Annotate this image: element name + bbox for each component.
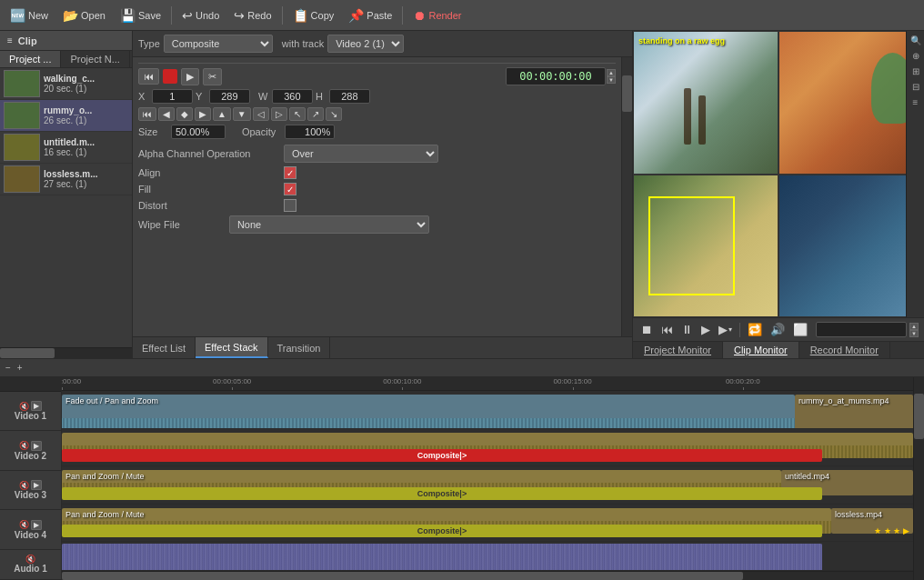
tool-btn-1[interactable]: 🔍	[909, 35, 922, 46]
w-input[interactable]	[272, 89, 313, 104]
tl-zoom-in[interactable]: +	[15, 362, 25, 374]
nav-left[interactable]: ◁	[253, 107, 269, 121]
timecode-up[interactable]: ▲	[607, 69, 616, 76]
tool-btn-5[interactable]: ≡	[912, 96, 919, 108]
play-btn[interactable]: ▶	[181, 68, 199, 85]
type-select[interactable]: Composite	[164, 35, 273, 53]
open-button[interactable]: 📂 Open	[56, 5, 112, 26]
v1-right-clip[interactable]: rummy_o_at_mums.mp4	[795, 395, 913, 429]
new-button[interactable]: 🆕 New	[4, 5, 55, 26]
distort-checkbox[interactable]	[284, 199, 296, 212]
left-scroll-handle[interactable]	[0, 347, 132, 358]
align-checkbox[interactable]: ✓	[284, 166, 296, 179]
mon-rewind-btn[interactable]: ⏮	[658, 321, 676, 338]
mon-tab-project[interactable]: Project Monitor	[633, 342, 723, 358]
opacity-input[interactable]	[285, 125, 335, 139]
mon-tc-up[interactable]: ▲	[909, 323, 919, 330]
tl-header-row: − +	[0, 359, 924, 377]
mon-fullscreen-btn[interactable]: ⬜	[790, 321, 810, 338]
wipe-row: Wipe File None	[138, 215, 616, 234]
mon-vol-btn[interactable]: 🔊	[768, 321, 788, 338]
x-input[interactable]	[152, 89, 193, 104]
fill-checkbox[interactable]: ✓	[284, 183, 296, 195]
a1-clip[interactable]	[62, 544, 822, 571]
v3-mute-btn[interactable]: 🔇	[19, 481, 29, 490]
clip-name-0: walking_c...	[44, 74, 95, 84]
v1-main-clip[interactable]: Fade out / Pan and Zoom	[62, 395, 795, 429]
nav-first[interactable]: ⏮	[138, 107, 156, 121]
nav-tr[interactable]: ↗	[307, 107, 324, 121]
mon-tab-record[interactable]: Record Monitor	[799, 342, 890, 358]
proj-tab-2[interactable]: Project N...	[61, 51, 129, 67]
tl-vscroll-thumb[interactable]	[914, 394, 924, 439]
tool-btn-4[interactable]: ⊟	[911, 81, 920, 93]
copy-button[interactable]: 📋 Copy	[286, 5, 341, 26]
v1-mute-btn[interactable]: 🔇	[19, 402, 29, 411]
mon-pause-btn[interactable]: ⏸	[678, 321, 696, 338]
nav-up[interactable]: ▲	[213, 107, 231, 121]
tool-btn-3[interactable]: ⊞	[911, 65, 920, 77]
v4-mute-btn[interactable]: 🔇	[19, 520, 29, 529]
alpha-select[interactable]: Over	[284, 145, 438, 163]
tl-hscroll-thumb[interactable]	[62, 572, 743, 580]
play-to-start-btn[interactable]: ⏮	[138, 68, 159, 85]
a1-mute-btn[interactable]: 🔇	[25, 555, 35, 564]
v3-lock-btn[interactable]: ▶	[31, 480, 42, 490]
mon-loop-btn[interactable]: 🔁	[745, 321, 765, 338]
track-select[interactable]: Video 2 (1)	[327, 35, 404, 53]
nav-prev[interactable]: ◀	[158, 107, 175, 121]
v1-lock-btn[interactable]: ▶	[31, 401, 42, 411]
v3-composite-bar[interactable]: Composite|>	[62, 487, 822, 500]
nav-tl[interactable]: ↖	[289, 107, 306, 121]
track-v1: Fade out / Pan and Zoom rummy_o_at_mums.…	[62, 391, 913, 429]
nav-right[interactable]: ▷	[271, 107, 287, 121]
v2-mute-btn[interactable]: 🔇	[19, 441, 29, 450]
x-label: X	[138, 91, 149, 102]
mon-fwd-btn[interactable]: ▶▾	[716, 321, 735, 338]
clip-menu-btn[interactable]: ≡	[4, 34, 16, 47]
mon-tab-clip[interactable]: Clip Monitor	[723, 342, 799, 358]
clip-item-2[interactable]: untitled.m... 16 sec. (1)	[0, 132, 132, 164]
tab-effect-list[interactable]: Effect List	[133, 337, 196, 358]
decor-leg-2	[698, 95, 706, 145]
v4-lock-btn[interactable]: ▶	[31, 520, 42, 530]
timecode-down[interactable]: ▼	[607, 76, 616, 84]
wipe-select[interactable]: None	[229, 215, 429, 234]
clip-item-0[interactable]: walking_c... 20 sec. (1)	[0, 68, 132, 100]
undo-button[interactable]: ↩ Undo	[176, 5, 226, 26]
tab-effect-stack[interactable]: Effect Stack	[196, 337, 268, 358]
keyframe-btn[interactable]: ✂	[203, 68, 222, 85]
redo-button[interactable]: ↪ Redo	[227, 5, 277, 26]
clip-item-3[interactable]: lossless.m... 27 sec. (1)	[0, 164, 132, 195]
stop-btn[interactable]	[163, 69, 177, 84]
clip-item-1[interactable]: rummy_o... 26 sec. (1)	[0, 100, 132, 132]
tl-zoom-out[interactable]: −	[4, 362, 13, 374]
h-input[interactable]	[329, 89, 370, 104]
mon-play-btn[interactable]: ▶	[698, 321, 713, 338]
mon-timecode-input[interactable]: 00:00:00:00	[816, 322, 907, 337]
nav-next[interactable]: ▶	[195, 107, 211, 121]
v4-composite-bar[interactable]: Composite|>	[62, 525, 822, 537]
mon-tc-down[interactable]: ▼	[909, 330, 919, 337]
v2-composite-bar[interactable]: Composite|>	[62, 449, 822, 462]
mon-stop-btn[interactable]: ⏹	[638, 321, 656, 338]
clip-thumb-1	[4, 102, 40, 129]
tab-transition[interactable]: Transition	[268, 337, 331, 358]
timecode-input[interactable]	[506, 67, 606, 85]
v2-lock-btn[interactable]: ▶	[31, 441, 42, 451]
proj-tab-1[interactable]: Project ...	[0, 51, 61, 67]
eff-scroll-thumb[interactable]	[622, 75, 632, 112]
save-button[interactable]: 💾 Save	[114, 5, 167, 26]
nav-br[interactable]: ↘	[326, 107, 342, 121]
render-button[interactable]: ⏺ Render	[407, 5, 467, 26]
sep-line	[138, 63, 616, 64]
size-opacity-row: Size Opacity	[138, 125, 616, 139]
nav-down[interactable]: ▼	[233, 107, 251, 121]
clip-thumb-3	[4, 165, 40, 193]
y-input[interactable]	[209, 89, 250, 104]
playback-controls: ⏮ ▶ ✂ ▲ ▼	[138, 67, 616, 85]
size-input[interactable]	[171, 125, 226, 139]
paste-button[interactable]: 📌 Paste	[342, 5, 398, 26]
nav-add-kf[interactable]: ◆	[176, 107, 193, 121]
tool-btn-2[interactable]: ⊕	[911, 50, 920, 62]
